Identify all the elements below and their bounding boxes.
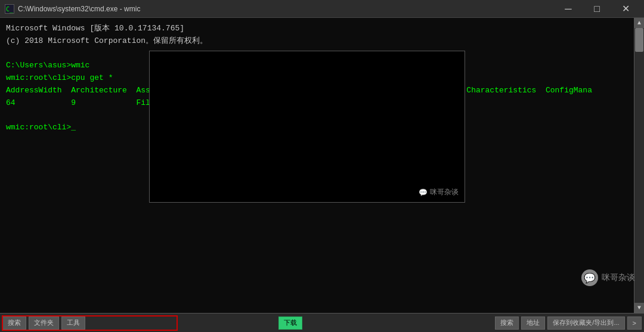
bottom-btn-1[interactable]: 搜索 xyxy=(2,317,26,330)
scroll-down-arrow[interactable]: ▼ xyxy=(634,303,645,313)
bottom-btn-save[interactable]: 保存到收藏夹/导出到... xyxy=(547,317,624,330)
bottom-btn-3[interactable]: 工具 xyxy=(61,317,85,330)
bottom-btn-search[interactable]: 搜索 xyxy=(495,317,519,330)
bottom-btn-address-label: 地址 xyxy=(527,318,540,327)
maximize-button[interactable]: □ xyxy=(583,0,611,18)
bottom-btn-download[interactable]: 下载 xyxy=(278,317,302,330)
bottom-bar: 搜索 文件夹 工具 下载 搜索 地址 保存到收藏夹/导出到... > xyxy=(0,313,644,332)
popup-watermark: 💬 咪哥杂谈 xyxy=(419,187,459,197)
title-bar: C_ C:\Windows\system32\cmd.exe - wmic ─ … xyxy=(0,0,644,18)
title-bar-left: C_ C:\Windows\system32\cmd.exe - wmic xyxy=(5,4,140,14)
title-bar-controls: ─ □ ✕ xyxy=(555,0,639,18)
scroll-thumb[interactable] xyxy=(635,28,643,52)
wechat-watermark: 💬 咪哥杂谈 xyxy=(581,269,635,286)
scroll-track[interactable] xyxy=(634,28,644,303)
wechat-icon-symbol: 💬 xyxy=(584,272,596,284)
svg-text:C_: C_ xyxy=(6,6,14,13)
window-frame: C_ C:\Windows\system32\cmd.exe - wmic ─ … xyxy=(0,0,644,332)
bottom-btn-arrow[interactable]: > xyxy=(627,317,642,330)
minimize-button[interactable]: ─ xyxy=(555,0,582,18)
wechat-text: 咪哥杂谈 xyxy=(602,272,635,283)
scrollbar-right[interactable]: ▲ ▼ xyxy=(634,18,644,313)
scroll-up-arrow[interactable]: ▲ xyxy=(634,18,645,28)
cmd-icon: C_ xyxy=(5,4,14,14)
bottom-btn-search-label: 搜索 xyxy=(500,318,513,327)
popup-overlay: 💬 咪哥杂谈 xyxy=(149,51,465,203)
window-title: C:\Windows\system32\cmd.exe - wmic xyxy=(18,5,140,13)
popup-watermark-icon: 💬 xyxy=(419,188,428,197)
bottom-btn-address[interactable]: 地址 xyxy=(521,317,545,330)
wechat-icon: 💬 xyxy=(581,269,598,286)
popup-watermark-text: 咪哥杂谈 xyxy=(430,187,459,197)
close-button[interactable]: ✕ xyxy=(612,0,639,18)
cmd-area: Microsoft Windows [版本 10.0.17134.765] (c… xyxy=(0,18,644,313)
bottom-btn-3-label: 工具 xyxy=(67,318,80,327)
bottom-btn-download-label: 下载 xyxy=(284,318,297,327)
terminal-line-2: (c) 2018 Microsoft Corporation。保留所有权利。 xyxy=(6,35,628,48)
bottom-btn-1-label: 搜索 xyxy=(8,318,21,327)
bottom-btn-2-label: 文件夹 xyxy=(34,318,54,327)
bottom-btn-arrow-label: > xyxy=(633,319,636,327)
bottom-btn-save-label: 保存到收藏夹/导出到... xyxy=(553,318,619,327)
terminal-line-1: Microsoft Windows [版本 10.0.17134.765] xyxy=(6,23,628,35)
bottom-btn-2[interactable]: 文件夹 xyxy=(29,317,59,330)
